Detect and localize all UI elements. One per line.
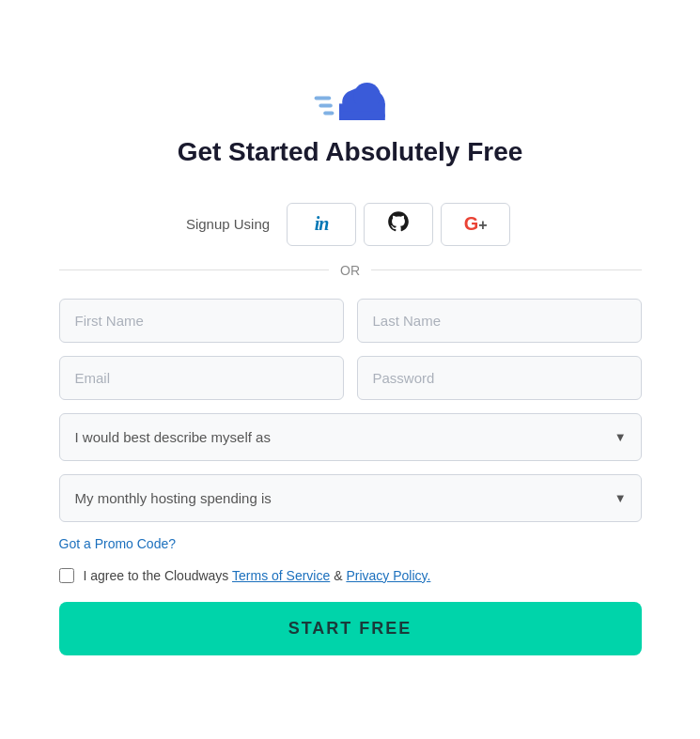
credentials-row [59,356,642,400]
start-free-button[interactable]: START FREE [59,602,642,655]
svg-rect-1 [319,103,332,107]
password-input[interactable] [357,356,642,400]
github-button[interactable] [364,203,433,246]
svg-rect-7 [339,111,385,120]
privacy-link[interactable]: Privacy Policy. [346,568,430,583]
cloud-logo [313,75,388,124]
gplus-button[interactable]: G+ [441,203,510,246]
logo-area: Get Started Absolutely Free [59,75,642,186]
svg-rect-2 [323,111,334,115]
svg-rect-0 [314,96,331,100]
agree-text: I agree to the Cloudways Terms of Servic… [84,568,431,583]
tos-link[interactable]: Terms of Service [232,568,330,583]
name-row [59,299,642,343]
hosting-select[interactable]: My monthly hosting spending is $0 - $50 … [59,474,642,522]
last-name-input[interactable] [357,299,642,343]
signup-using-label: Signup Using [186,216,270,232]
linkedin-button[interactable]: in [287,203,356,246]
hosting-select-wrapper: My monthly hosting spending is $0 - $50 … [59,474,642,522]
first-name-input[interactable] [59,299,344,343]
gplus-icon: G+ [464,213,488,235]
signup-container: Get Started Absolutely Free Signup Using… [22,47,679,693]
describe-select[interactable]: I would best describe myself as Develope… [59,413,642,461]
or-text: OR [340,263,360,278]
divider-right [371,269,642,270]
promo-code-link[interactable]: Got a Promo Code? [59,536,177,551]
agree-checkbox[interactable] [59,568,74,583]
divider-left [59,269,330,270]
agree-row: I agree to the Cloudways Terms of Servic… [59,568,642,583]
linkedin-icon: in [315,213,329,235]
email-input[interactable] [59,356,344,400]
page-title: Get Started Absolutely Free [178,137,523,167]
describe-select-wrapper: I would best describe myself as Develope… [59,413,642,461]
github-icon [386,209,411,239]
social-signup-row: Signup Using in G+ [59,203,642,246]
or-divider: OR [59,263,642,278]
